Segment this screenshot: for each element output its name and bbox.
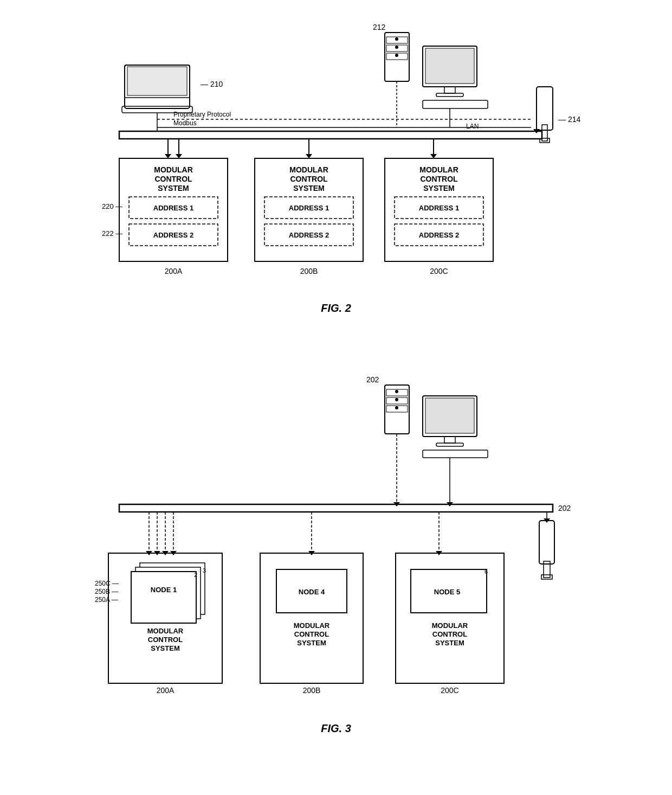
svg-text:212: 212 bbox=[373, 23, 386, 31]
svg-text:MODULAR: MODULAR bbox=[294, 621, 330, 630]
svg-text:MODULAR: MODULAR bbox=[432, 621, 468, 630]
svg-marker-35 bbox=[430, 154, 437, 158]
svg-text:CONTROL: CONTROL bbox=[148, 636, 183, 644]
svg-text:LAN: LAN bbox=[466, 123, 479, 130]
svg-rect-98 bbox=[131, 572, 196, 623]
svg-text:200B: 200B bbox=[303, 686, 321, 695]
svg-rect-90 bbox=[539, 521, 554, 564]
svg-text:MODULAR: MODULAR bbox=[147, 627, 184, 635]
svg-text:SYSTEM: SYSTEM bbox=[297, 639, 326, 647]
svg-text:200C: 200C bbox=[441, 686, 458, 695]
svg-text:ADDRESS 1: ADDRESS 1 bbox=[289, 204, 329, 212]
svg-rect-26 bbox=[119, 131, 542, 139]
svg-text:2: 2 bbox=[194, 572, 197, 578]
svg-text:MODULAR: MODULAR bbox=[289, 165, 328, 174]
svg-rect-14 bbox=[425, 48, 474, 84]
svg-text:250B —: 250B — bbox=[95, 588, 118, 595]
svg-text:202: 202 bbox=[558, 504, 571, 512]
svg-point-77 bbox=[395, 406, 398, 409]
svg-rect-80 bbox=[425, 398, 474, 433]
svg-text:SYSTEM: SYSTEM bbox=[435, 639, 464, 647]
svg-text:ADDRESS 2: ADDRESS 2 bbox=[419, 231, 459, 239]
svg-text:CONTROL: CONTROL bbox=[290, 175, 328, 183]
svg-text:Proprietary Protocol: Proprietary Protocol bbox=[173, 111, 231, 118]
svg-rect-18 bbox=[537, 87, 553, 130]
svg-text:Modbus: Modbus bbox=[173, 119, 197, 127]
fig3-diagram: 202 202 NODE 1 2 3 bbox=[65, 369, 607, 792]
svg-rect-15 bbox=[444, 87, 455, 93]
svg-marker-31 bbox=[176, 154, 182, 158]
svg-text:— 210: — 210 bbox=[201, 80, 223, 88]
svg-text:200B: 200B bbox=[300, 267, 318, 275]
svg-text:200A: 200A bbox=[157, 686, 175, 695]
svg-text:200C: 200C bbox=[430, 267, 448, 275]
svg-text:CONTROL: CONTROL bbox=[294, 630, 329, 638]
svg-text:ADDRESS 2: ADDRESS 2 bbox=[289, 231, 329, 239]
svg-point-76 bbox=[395, 398, 398, 401]
svg-text:CONTROL: CONTROL bbox=[432, 630, 467, 638]
svg-text:CONTROL: CONTROL bbox=[420, 175, 458, 183]
fig2-diagram: — 210 212 — 214 Proprietary Protocol Mod… bbox=[65, 16, 607, 363]
diagram-container: — 210 212 — 214 Proprietary Protocol Mod… bbox=[65, 16, 607, 792]
svg-text:202: 202 bbox=[366, 375, 379, 384]
svg-point-10 bbox=[395, 46, 398, 49]
svg-text:ADDRESS 2: ADDRESS 2 bbox=[153, 231, 193, 239]
svg-text:NODE 5: NODE 5 bbox=[434, 588, 460, 596]
svg-point-11 bbox=[395, 54, 398, 57]
svg-text:SYSTEM: SYSTEM bbox=[151, 644, 179, 652]
svg-text:MODULAR: MODULAR bbox=[154, 165, 193, 174]
svg-rect-2 bbox=[127, 67, 187, 95]
svg-text:250A —: 250A — bbox=[95, 596, 118, 604]
svg-text:NODE 1: NODE 1 bbox=[151, 586, 177, 594]
svg-point-75 bbox=[395, 390, 398, 393]
svg-text:ADDRESS 1: ADDRESS 1 bbox=[419, 204, 459, 212]
svg-text:MODULAR: MODULAR bbox=[419, 165, 458, 174]
svg-rect-82 bbox=[436, 443, 463, 446]
svg-rect-81 bbox=[444, 437, 455, 443]
svg-text:6: 6 bbox=[484, 568, 488, 575]
svg-text:NODE 4: NODE 4 bbox=[299, 588, 325, 596]
svg-text:CONTROL: CONTROL bbox=[154, 175, 192, 183]
svg-point-9 bbox=[395, 37, 398, 41]
svg-rect-92 bbox=[541, 575, 552, 579]
svg-text:3: 3 bbox=[203, 567, 206, 574]
svg-text:250C —: 250C — bbox=[95, 580, 119, 587]
svg-text:FIG. 3: FIG. 3 bbox=[321, 722, 351, 734]
svg-text:220 —: 220 — bbox=[102, 202, 122, 210]
svg-text:222 —: 222 — bbox=[102, 229, 122, 238]
svg-rect-84 bbox=[119, 504, 553, 512]
svg-text:ADDRESS 1: ADDRESS 1 bbox=[153, 204, 193, 212]
svg-text:— 214: — 214 bbox=[558, 115, 580, 124]
svg-text:200A: 200A bbox=[165, 267, 183, 275]
svg-text:SYSTEM: SYSTEM bbox=[158, 184, 189, 193]
svg-marker-29 bbox=[165, 154, 171, 158]
svg-rect-83 bbox=[423, 450, 488, 458]
svg-rect-17 bbox=[423, 100, 488, 108]
svg-text:SYSTEM: SYSTEM bbox=[293, 184, 325, 193]
svg-rect-16 bbox=[436, 93, 463, 97]
svg-text:FIG. 2: FIG. 2 bbox=[321, 302, 351, 314]
svg-marker-33 bbox=[306, 154, 312, 158]
svg-text:SYSTEM: SYSTEM bbox=[423, 184, 455, 193]
